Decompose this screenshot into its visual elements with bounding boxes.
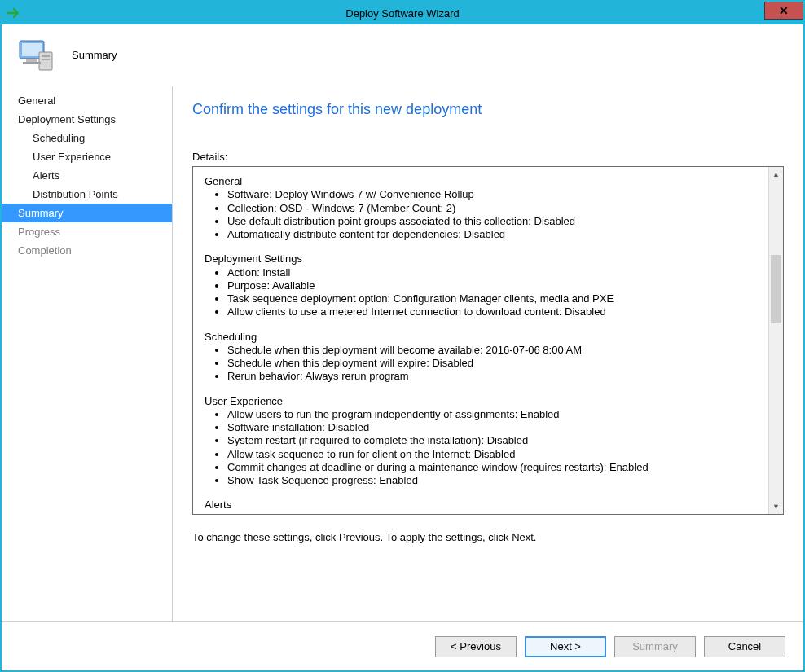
wizard-main: Confirm the settings for this new deploy…	[173, 86, 803, 621]
details-section-list: Allow users to run the program independe…	[205, 408, 759, 488]
scrollbar[interactable]: ▲ ▼	[768, 167, 783, 514]
sidebar-item-distribution-points[interactable]: Distribution Points	[2, 185, 172, 204]
details-item: Software: Deploy Windows 7 w/ Convenienc…	[227, 188, 759, 201]
details-section-list: Action: InstallPurpose: AvailableTask se…	[205, 266, 759, 319]
details-item: Show Task Sequence progress: Enabled	[227, 474, 759, 487]
sidebar-item-summary[interactable]: Summary	[2, 204, 172, 222]
details-content: GeneralSoftware: Deploy Windows 7 w/ Con…	[193, 167, 768, 514]
details-item: Action: Install	[227, 266, 759, 279]
summary-button[interactable]: Summary	[614, 636, 696, 657]
wizard-header: Summary	[2, 24, 803, 86]
client-area: Summary GeneralDeployment SettingsSchedu…	[2, 24, 803, 670]
wizard-window: Deploy Software Wizard ✕ Summary Gener	[0, 0, 805, 672]
details-item: Allow users to run the program independe…	[227, 408, 759, 421]
forward-arrow-icon	[7, 7, 21, 19]
details-item: Allow task sequence to run for client on…	[227, 448, 759, 461]
details-section-title: Deployment Settings	[205, 253, 759, 266]
details-label: Details:	[192, 151, 784, 163]
svg-rect-1	[22, 43, 42, 56]
page-title: Summary	[72, 49, 117, 61]
window-title: Deploy Software Wizard	[2, 7, 803, 20]
close-icon: ✕	[779, 4, 789, 17]
details-item: Schedule when this deployment will expir…	[227, 357, 759, 370]
svg-rect-5	[26, 59, 37, 62]
sidebar-item-deployment-settings[interactable]: Deployment Settings	[2, 110, 172, 129]
details-item: System restart (if required to complete …	[227, 434, 759, 447]
details-item: Task sequence deployment option: Configu…	[227, 292, 759, 305]
details-item: Software installation: Disabled	[227, 421, 759, 434]
sidebar-item-progress: Progress	[2, 222, 172, 241]
sidebar-item-general[interactable]: General	[2, 91, 172, 110]
details-item: Automatically distribute content for dep…	[227, 228, 759, 241]
details-section-title: Alerts	[205, 499, 759, 512]
details-section-list: Schedule when this deployment will becom…	[205, 344, 759, 384]
details-item: Use default distribution point groups as…	[227, 215, 759, 228]
svg-rect-4	[42, 59, 50, 60]
hint-text: To change these settings, click Previous…	[192, 531, 784, 543]
next-button[interactable]: Next >	[525, 636, 606, 657]
details-item: Collection: OSD - Windows 7 (Member Coun…	[227, 202, 759, 215]
details-item: Schedule when this deployment will becom…	[227, 344, 759, 357]
deploy-computer-icon	[16, 34, 59, 77]
cancel-button[interactable]: Cancel	[704, 636, 785, 657]
scroll-up-icon[interactable]: ▲	[769, 167, 783, 182]
details-item: Rerun behavior: Always rerun program	[227, 370, 759, 383]
details-item: Purpose: Available	[227, 279, 759, 292]
scroll-thumb[interactable]	[771, 255, 781, 323]
sidebar-item-user-experience[interactable]: User Experience	[2, 147, 172, 166]
svg-rect-6	[23, 62, 41, 64]
details-section-list: Software: Deploy Windows 7 w/ Convenienc…	[205, 188, 759, 241]
details-section-title: User Experience	[205, 395, 759, 408]
titlebar: Deploy Software Wizard ✕	[2, 2, 803, 24]
wizard-sidebar: GeneralDeployment SettingsSchedulingUser…	[2, 86, 173, 621]
sidebar-item-alerts[interactable]: Alerts	[2, 166, 172, 185]
previous-button[interactable]: < Previous	[435, 636, 517, 657]
wizard-body: GeneralDeployment SettingsSchedulingUser…	[2, 86, 803, 621]
details-section-title: General	[205, 175, 759, 188]
details-item: Commit changes at deadline or during a m…	[227, 461, 759, 474]
details-section-title: Scheduling	[205, 331, 759, 344]
page-heading: Confirm the settings for this new deploy…	[192, 101, 784, 118]
sidebar-item-scheduling[interactable]: Scheduling	[2, 129, 172, 147]
details-box: GeneralSoftware: Deploy Windows 7 w/ Con…	[192, 166, 784, 515]
wizard-footer: < Previous Next > Summary Cancel	[2, 621, 803, 670]
scroll-down-icon[interactable]: ▼	[769, 499, 783, 514]
sidebar-item-completion: Completion	[2, 241, 172, 260]
close-button[interactable]: ✕	[764, 2, 803, 20]
details-item: Allow clients to use a metered Internet …	[227, 305, 759, 318]
svg-rect-3	[42, 55, 50, 57]
